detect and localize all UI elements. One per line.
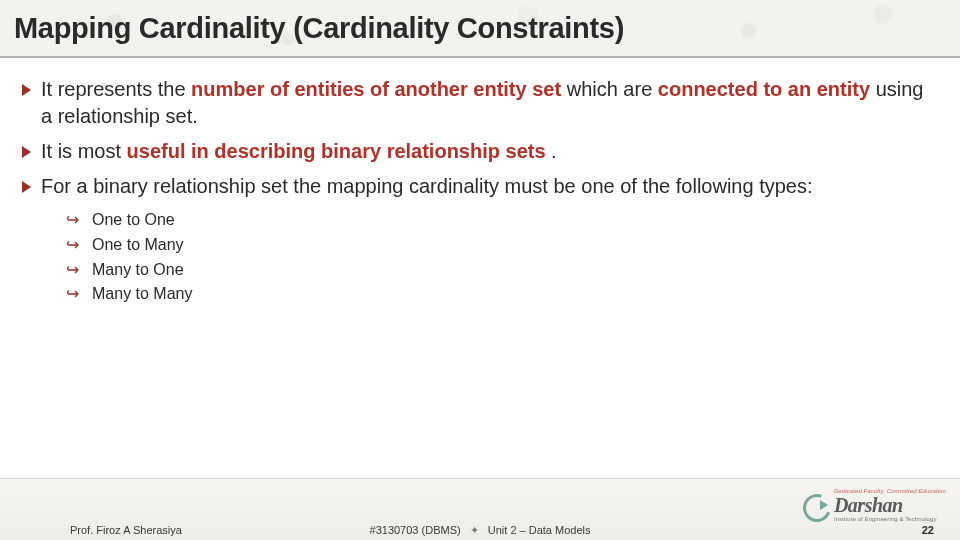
highlight-span: useful in describing binary relationship… xyxy=(127,140,546,162)
triangle-bullet-icon xyxy=(22,146,31,158)
slide-footer: Dedicated Faculty, Committed Education D… xyxy=(0,478,960,540)
slide-content: It represents the number of entities of … xyxy=(0,58,960,307)
bullet-item: For a binary relationship set the mappin… xyxy=(22,173,938,200)
sub-bullet-item: ↪ One to Many xyxy=(66,233,938,258)
sub-bullet-text: Many to One xyxy=(92,258,184,283)
slide-title: Mapping Cardinality (Cardinality Constra… xyxy=(14,12,624,45)
bullet-text: It is most useful in describing binary r… xyxy=(41,138,938,165)
bullet-item: It is most useful in describing binary r… xyxy=(22,138,938,165)
arrow-bullet-icon: ↪ xyxy=(66,233,82,258)
institution-logo: Dedicated Faculty, Committed Education D… xyxy=(800,488,946,522)
footer-bar: Prof. Firoz A Sherasiya #3130703 (DBMS) … xyxy=(0,524,960,536)
triangle-bullet-icon xyxy=(22,84,31,96)
bullet-item: It represents the number of entities of … xyxy=(22,76,938,130)
page-number: 22 xyxy=(922,524,934,536)
sub-bullet-text: One to Many xyxy=(92,233,184,258)
footer-unit: Unit 2 – Data Models xyxy=(488,524,591,536)
sub-bullet-item: ↪ Many to One xyxy=(66,258,938,283)
logo-text-block: Dedicated Faculty, Committed Education D… xyxy=(834,488,946,522)
arrow-bullet-icon: ↪ xyxy=(66,208,82,233)
logo-subtitle: Institute of Engineering & Technology xyxy=(834,516,946,522)
bullet-text: It represents the number of entities of … xyxy=(41,76,938,130)
footer-author: Prof. Firoz A Sherasiya xyxy=(70,524,182,536)
text-span: It represents the xyxy=(41,78,191,100)
text-span: which are xyxy=(561,78,658,100)
sub-bullet-item: ↪ One to One xyxy=(66,208,938,233)
footer-course: #3130703 (DBMS) xyxy=(370,524,461,536)
triangle-bullet-icon xyxy=(22,181,31,193)
arrow-bullet-icon: ↪ xyxy=(66,282,82,307)
slide-header: Mapping Cardinality (Cardinality Constra… xyxy=(0,0,960,58)
logo-name: Darshan xyxy=(834,495,946,515)
bullet-text: For a binary relationship set the mappin… xyxy=(41,173,938,200)
arrow-bullet-icon: ↪ xyxy=(66,258,82,283)
text-span: . xyxy=(546,140,557,162)
footer-center: #3130703 (DBMS) ✦ Unit 2 – Data Models xyxy=(370,524,591,537)
diamond-separator-icon: ✦ xyxy=(470,524,479,536)
sub-bullet-text: One to One xyxy=(92,208,175,233)
text-span: It is most xyxy=(41,140,127,162)
sub-bullet-list: ↪ One to One ↪ One to Many ↪ Many to One… xyxy=(66,208,938,307)
logo-mark-icon xyxy=(800,490,830,520)
text-span: For a binary relationship set the mappin… xyxy=(41,175,813,197)
highlight-span: connected to an entity xyxy=(658,78,870,100)
highlight-span: number of entities of another entity set xyxy=(191,78,561,100)
sub-bullet-item: ↪ Many to Many xyxy=(66,282,938,307)
sub-bullet-text: Many to Many xyxy=(92,282,192,307)
